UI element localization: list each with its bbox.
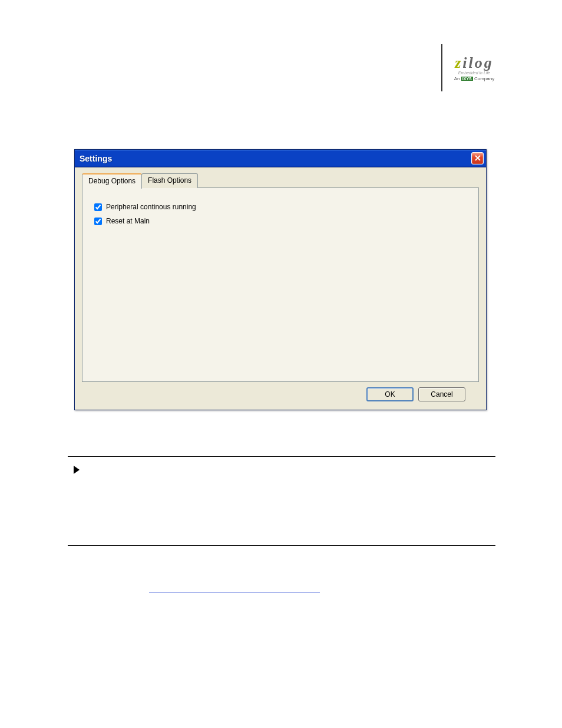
cancel-button[interactable]: Cancel — [418, 387, 465, 401]
close-icon — [475, 154, 481, 163]
checkbox-peripheral[interactable] — [94, 203, 102, 211]
tab-strip: Debug Options Flash Options — [82, 173, 479, 188]
logo-brand: zilog — [455, 54, 494, 72]
logo-z: z — [455, 54, 462, 71]
logo-rest: ilog — [462, 54, 493, 71]
tab-flash-options[interactable]: Flash Options — [141, 173, 198, 188]
checkbox-reset[interactable] — [94, 218, 102, 225]
settings-dialog: Settings Debug Options Flash Options Per… — [74, 149, 487, 410]
divider-line — [68, 456, 495, 457]
tab-debug-options[interactable]: Debug Options — [82, 173, 142, 189]
ok-button[interactable]: OK — [366, 387, 414, 401]
checkbox-reset-label: Reset at Main — [106, 217, 150, 225]
titlebar[interactable]: Settings — [75, 150, 486, 167]
note-arrow-icon — [72, 465, 81, 478]
company-logo: zilog Embedded in Life An IXYS Company — [441, 44, 500, 91]
dialog-body: Debug Options Flash Options Peripheral c… — [75, 167, 486, 410]
tab-content: Peripheral continous running Reset at Ma… — [82, 187, 479, 382]
logo-company: An IXYS Company — [454, 76, 494, 81]
close-button[interactable] — [471, 152, 484, 164]
checkbox-peripheral-row[interactable]: Peripheral continous running — [94, 203, 467, 211]
dialog-buttons: OK Cancel — [366, 387, 465, 401]
checkbox-reset-row[interactable]: Reset at Main — [94, 217, 467, 225]
hyperlink-underline[interactable] — [149, 591, 320, 592]
checkbox-peripheral-label: Peripheral continous running — [106, 203, 196, 211]
dialog-title: Settings — [80, 154, 112, 163]
logo-tagline: Embedded in Life — [458, 71, 490, 75]
divider-line — [68, 545, 495, 546]
